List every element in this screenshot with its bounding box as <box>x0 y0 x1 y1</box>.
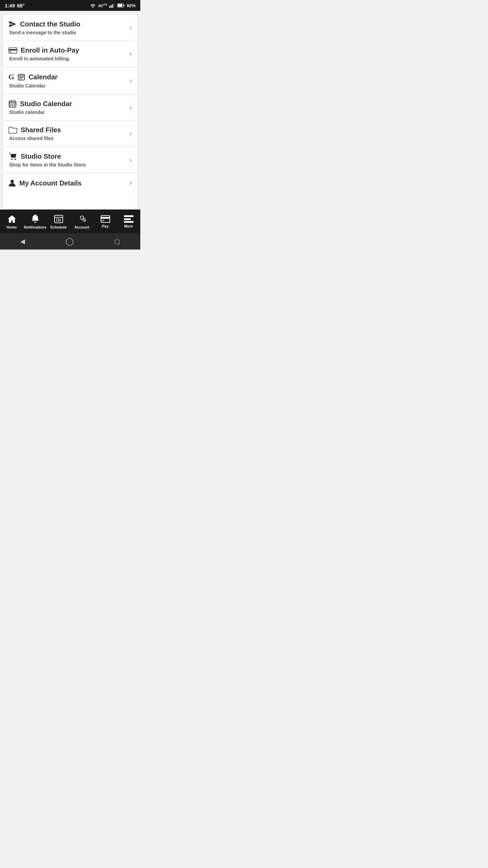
account-nav-icon <box>77 214 87 224</box>
svg-rect-28 <box>14 105 15 106</box>
cart-icon <box>8 152 17 160</box>
studio-calendar-icon <box>8 100 17 108</box>
shared-files-subtitle: Access shared files <box>8 136 61 141</box>
schedule-nav-icon <box>54 214 63 224</box>
svg-rect-39 <box>58 220 59 221</box>
recents-button[interactable]: ▢ <box>114 238 120 245</box>
svg-point-29 <box>11 159 13 160</box>
studio-store-subtitle: Shop for items in the Studio Store <box>8 162 86 167</box>
menu-list: Contact the Studio Send a message to the… <box>3 14 138 210</box>
svg-rect-32 <box>35 214 36 216</box>
calendar-title: Calendar <box>28 73 58 81</box>
nav-item-schedule[interactable]: Schedule <box>47 214 70 229</box>
nav-item-pay[interactable]: Pay <box>94 215 117 228</box>
home-nav-label: Home <box>6 225 17 229</box>
menu-item-calendar[interactable]: G Calendar Studio Calendar › <box>3 67 137 94</box>
signal-icon <box>109 3 115 8</box>
svg-rect-48 <box>124 221 134 223</box>
menu-item-account-details[interactable]: My Account Details › <box>3 173 137 193</box>
shared-files-title: Shared Files <box>21 126 61 134</box>
status-right: 4GLTE 82% <box>90 3 136 8</box>
notifications-nav-icon <box>30 214 40 224</box>
svg-rect-2 <box>112 4 113 8</box>
bottom-navigation: Home Notifications Schedule Ac <box>0 210 140 233</box>
battery-icon <box>117 3 125 7</box>
contact-studio-subtitle: Send a message to the studio <box>8 30 80 35</box>
auto-pay-subtitle: Enroll in automated billing. <box>8 56 79 61</box>
svg-rect-1 <box>110 5 111 8</box>
menu-item-studio-store[interactable]: Studio Store Shop for items in the Studi… <box>3 147 137 173</box>
send-icon <box>8 20 17 28</box>
home-button[interactable]: ◯ <box>65 237 74 246</box>
calendar-chevron: › <box>129 76 132 85</box>
studio-store-chevron: › <box>129 156 132 164</box>
nav-item-home[interactable]: Home <box>0 214 23 229</box>
contact-studio-chevron: › <box>129 23 132 32</box>
svg-rect-0 <box>109 6 110 8</box>
account-nav-label: Account <box>75 225 89 229</box>
svg-rect-37 <box>60 219 61 220</box>
schedule-nav-label: Schedule <box>50 225 67 229</box>
svg-rect-38 <box>56 220 57 221</box>
google-g-icon: G <box>8 73 14 81</box>
svg-rect-6 <box>118 4 122 7</box>
nav-item-more[interactable]: More <box>117 215 140 228</box>
network-icon: 4GLTE <box>98 3 107 8</box>
svg-rect-25 <box>14 104 15 105</box>
user-icon <box>8 179 16 187</box>
svg-rect-15 <box>21 77 22 78</box>
account-details-title: My Account Details <box>19 179 82 187</box>
svg-rect-3 <box>113 3 114 8</box>
svg-rect-18 <box>21 78 22 79</box>
svg-rect-44 <box>101 217 110 219</box>
calendar-icon-small <box>18 73 25 81</box>
svg-rect-43 <box>101 216 110 222</box>
svg-rect-24 <box>12 104 13 105</box>
menu-item-studio-calendar[interactable]: Studio Calendar Studio calendar › <box>3 94 137 121</box>
wifi-icon <box>90 3 96 8</box>
nav-item-account[interactable]: Account <box>70 214 94 229</box>
notifications-nav-label: Notifications <box>24 225 46 229</box>
svg-rect-35 <box>56 219 57 220</box>
svg-rect-47 <box>124 218 131 220</box>
menu-item-auto-pay[interactable]: Enroll in Auto-Pay Enroll in automated b… <box>3 41 137 67</box>
card-icon <box>8 47 17 54</box>
svg-rect-27 <box>12 105 13 106</box>
svg-point-30 <box>15 159 16 160</box>
studio-calendar-chevron: › <box>129 103 132 112</box>
svg-rect-23 <box>10 104 11 105</box>
svg-rect-8 <box>9 49 17 51</box>
calendar-subtitle: Studio Calendar <box>8 83 58 88</box>
contact-studio-title: Contact the Studio <box>20 20 80 28</box>
menu-item-contact-studio[interactable]: Contact the Studio Send a message to the… <box>3 15 137 41</box>
svg-rect-14 <box>20 77 21 78</box>
account-details-chevron: › <box>129 179 132 188</box>
folder-icon <box>8 126 17 134</box>
time-display: 1:49 <box>5 3 15 8</box>
studio-calendar-subtitle: Studio calendar <box>8 110 72 115</box>
svg-rect-46 <box>124 215 134 217</box>
android-nav-bar: ◀ ◯ ▢ <box>0 233 140 250</box>
svg-rect-16 <box>22 77 23 78</box>
svg-rect-36 <box>58 219 59 220</box>
svg-rect-5 <box>124 4 124 6</box>
svg-rect-45 <box>102 220 104 221</box>
shared-files-chevron: › <box>129 129 132 138</box>
studio-calendar-title: Studio Calendar <box>20 100 72 108</box>
temperature-display: 88° <box>17 3 25 8</box>
menu-item-shared-files[interactable]: Shared Files Access shared files › <box>3 121 137 147</box>
svg-rect-9 <box>9 52 12 52</box>
more-nav-icon <box>124 215 134 223</box>
status-left: 1:49 88° <box>5 3 25 8</box>
auto-pay-title: Enroll in Auto-Pay <box>21 46 79 54</box>
svg-point-31 <box>11 180 14 183</box>
nav-item-notifications[interactable]: Notifications <box>23 214 47 229</box>
svg-rect-26 <box>10 105 11 106</box>
svg-rect-17 <box>20 78 21 79</box>
battery-percent: 82% <box>127 3 136 8</box>
back-button[interactable]: ◀ <box>20 238 25 245</box>
auto-pay-chevron: › <box>129 50 132 58</box>
status-bar: 1:49 88° 4GLTE 82% <box>0 0 140 11</box>
home-nav-icon <box>7 214 17 224</box>
pay-nav-label: Pay <box>102 224 109 228</box>
